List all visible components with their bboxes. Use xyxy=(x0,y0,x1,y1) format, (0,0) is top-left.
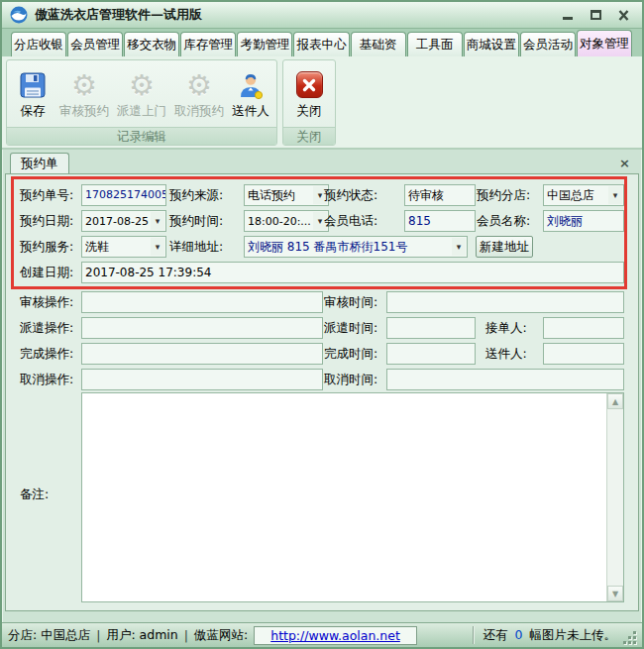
combo-arrow-icon[interactable]: ▾ xyxy=(151,212,164,230)
source-label: 预约来源: xyxy=(169,184,223,206)
window-title: 傲蓝洗衣店管理软件—试用版 xyxy=(35,6,202,24)
finish-time-field xyxy=(386,343,476,365)
menu-tab-basic-data[interactable]: 基础资 xyxy=(351,32,406,56)
audit-op-field xyxy=(81,291,323,313)
app-window: 傲蓝洗衣店管理软件—试用版 分店收银 会员管理 移交衣物 库存管理 考勤管理 报… xyxy=(0,0,644,649)
menu-tab-tools[interactable]: 工具面 xyxy=(407,32,463,56)
resize-grip[interactable] xyxy=(624,632,636,644)
time-combobox[interactable]: 18:00-20:...▾ xyxy=(244,210,329,232)
dispatch-gear-icon: ⚙ xyxy=(126,69,158,101)
audit-time-label: 审核时间: xyxy=(324,291,377,313)
upload-count: 0 xyxy=(512,627,526,642)
cancel-time-field xyxy=(386,369,624,390)
status-bar: 分店: 中国总店 | 用户: admin | 傲蓝网站: http://www.… xyxy=(2,622,642,647)
audit-gear-icon: ⚙ xyxy=(68,69,100,101)
new-address-button[interactable]: 新建地址 xyxy=(476,236,533,258)
menu-tab-transfer-clothes[interactable]: 移交衣物 xyxy=(124,32,179,56)
cancel-reservation-button[interactable]: ⚙ 取消预约 xyxy=(170,67,228,123)
menu-tab-member-activity[interactable]: 会员活动 xyxy=(520,32,576,56)
menu-tab-object-management[interactable]: 对象管理 xyxy=(577,30,632,56)
order-no-input[interactable]: 170825174005 xyxy=(81,184,166,206)
address-combobox[interactable]: 刘晓丽 815 番禺市桥街151号▾ xyxy=(244,236,468,258)
cancel-button-label: 取消预约 xyxy=(174,103,224,120)
dispatch-time-field xyxy=(386,317,476,339)
remark-scrollbar[interactable]: ▲ ▼ xyxy=(606,393,623,601)
receiver-label: 接单人: xyxy=(485,317,527,339)
cancel-gear-icon: ⚙ xyxy=(183,69,215,101)
combo-arrow-icon[interactable]: ▾ xyxy=(452,238,466,256)
date-label: 预约日期: xyxy=(20,210,73,232)
cancel-time-label: 取消时间: xyxy=(324,369,377,390)
member-name-input[interactable]: 刘晓丽 xyxy=(543,210,624,232)
minimize-button[interactable] xyxy=(561,8,575,22)
status-input[interactable]: 待审核 xyxy=(404,184,476,206)
dispatch-button-label: 派遣上门 xyxy=(117,103,166,120)
status-divider xyxy=(473,626,474,644)
website-link[interactable]: http://www.aolan.net xyxy=(270,628,400,643)
courier-field-label: 送件人: xyxy=(485,343,527,365)
menu-tab-mall-settings[interactable]: 商城设置 xyxy=(464,32,519,56)
maximize-icon xyxy=(590,10,601,20)
status-label: 预约状态: xyxy=(324,184,377,206)
document-close-icon[interactable]: × xyxy=(619,157,630,169)
courier-button[interactable]: 送件人 xyxy=(228,67,273,123)
toolbar-ribbon: 保存 ⚙ 审核预约 ⚙ 派遣上门 ⚙ 取消预约 xyxy=(2,56,642,150)
title-bar: 傲蓝洗衣店管理软件—试用版 xyxy=(2,2,642,28)
menu-tab-attendance[interactable]: 考勤管理 xyxy=(237,32,292,56)
combo-arrow-icon[interactable]: ▾ xyxy=(151,238,164,256)
scroll-up-icon[interactable]: ▲ xyxy=(607,393,623,409)
branch-label: 预约分店: xyxy=(477,184,530,206)
member-phone-input[interactable]: 815 xyxy=(404,210,476,232)
courier-field[interactable] xyxy=(543,343,624,365)
finish-time-label: 完成时间: xyxy=(324,343,377,365)
upload-status-text: 还有 0 幅图片未上传。 xyxy=(483,627,616,644)
menu-tab-member-management[interactable]: 会员管理 xyxy=(67,32,123,56)
cancel-op-field xyxy=(81,369,323,390)
dispatch-op-label: 派遣操作: xyxy=(20,317,73,339)
toolbar-group-record-edit: 保存 ⚙ 审核预约 ⚙ 派遣上门 ⚙ 取消预约 xyxy=(6,59,277,146)
member-phone-label: 会员电话: xyxy=(324,210,377,232)
group-label-close: 关闭 xyxy=(283,127,335,145)
created-date-label: 创建日期: xyxy=(20,262,73,283)
audit-reservation-button[interactable]: ⚙ 审核预约 xyxy=(55,67,113,123)
combo-arrow-icon[interactable]: ▾ xyxy=(608,186,622,204)
document-tab-strip: 预约单 × xyxy=(2,150,642,173)
menu-tab-inventory[interactable]: 库存管理 xyxy=(180,32,236,56)
finish-op-field xyxy=(81,343,323,365)
status-user: 用户: admin xyxy=(106,627,177,644)
save-button[interactable]: 保存 xyxy=(10,67,55,123)
close-window-button[interactable] xyxy=(616,8,630,22)
order-no-label: 预约单号: xyxy=(20,184,73,206)
toolbar-group-close: 关闭 关闭 xyxy=(282,59,336,146)
close-form-button[interactable]: 关闭 xyxy=(286,67,332,123)
minimize-icon xyxy=(563,17,573,20)
source-combobox[interactable]: 电话预约▾ xyxy=(244,184,329,206)
address-label: 详细地址: xyxy=(169,236,223,258)
status-separator: | xyxy=(184,628,188,643)
dispatch-visit-button[interactable]: ⚙ 派遣上门 xyxy=(113,67,170,123)
reservation-form-panel: 预约单号: 170825174005 预约来源: 电话预约▾ 预约状态: 待审核… xyxy=(5,173,639,611)
created-date-field: 2017-08-25 17:39:54 xyxy=(81,262,624,283)
main-menu-tabs: 分店收银 会员管理 移交衣物 库存管理 考勤管理 报表中心 基础资 工具面 商城… xyxy=(2,28,642,56)
receiver-field[interactable] xyxy=(543,317,624,339)
maximize-button[interactable] xyxy=(589,8,602,22)
courier-button-label: 送件人 xyxy=(232,103,269,120)
save-button-label: 保存 xyxy=(21,103,46,120)
branch-combobox[interactable]: 中国总店▾ xyxy=(543,184,624,206)
status-separator: | xyxy=(96,628,100,643)
courier-person-icon xyxy=(235,69,267,101)
audit-time-field xyxy=(386,291,624,313)
dispatch-op-field xyxy=(81,317,323,339)
scroll-down-icon[interactable]: ▼ xyxy=(607,586,623,601)
status-site-label: 傲蓝网站: xyxy=(194,627,248,644)
audit-button-label: 审核预约 xyxy=(59,103,109,120)
save-floppy-icon xyxy=(17,69,49,101)
group-label-record-edit: 记录编辑 xyxy=(7,127,276,145)
app-logo-icon xyxy=(10,6,28,24)
menu-tab-reports[interactable]: 报表中心 xyxy=(293,32,349,56)
service-combobox[interactable]: 洗鞋▾ xyxy=(81,236,166,258)
menu-tab-branch-cashier[interactable]: 分店收银 xyxy=(11,32,66,56)
date-combobox[interactable]: 2017-08-25▾ xyxy=(81,210,166,232)
remark-textarea[interactable]: ▲ ▼ xyxy=(81,392,624,602)
tab-reservation-form[interactable]: 预约单 xyxy=(10,153,69,173)
